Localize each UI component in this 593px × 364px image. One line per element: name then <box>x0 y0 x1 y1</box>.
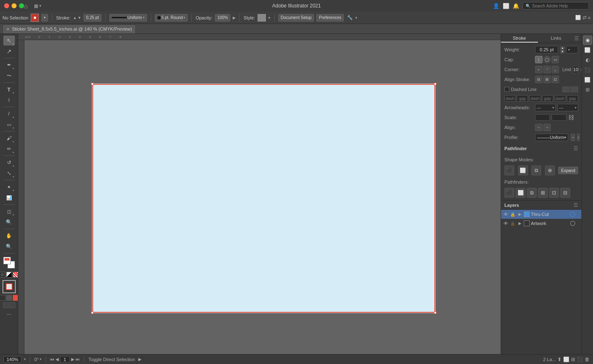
page-last[interactable]: ⏭ <box>76 357 80 362</box>
pencil-tool[interactable]: ✏ ▸ <box>3 144 15 154</box>
info-icon[interactable]: 🔔 <box>513 3 519 9</box>
layers-menu-icon[interactable]: ☰ <box>574 202 578 208</box>
panel-menu-icon[interactable]: ☰ <box>574 36 579 41</box>
layer-eye-thru-cut[interactable]: 👁 <box>503 211 509 217</box>
dashed-line-checkbox[interactable] <box>504 87 509 92</box>
tab-close-icon[interactable]: ✕ <box>6 27 10 31</box>
crop-button[interactable]: ⊞ <box>538 188 548 198</box>
layout-toggle[interactable]: ▦ ▾ <box>34 3 41 9</box>
switch-icon[interactable]: ⇄ <box>583 15 586 20</box>
tab-links[interactable]: Links <box>538 34 575 43</box>
layer-expand-thru-cut[interactable]: ▶ <box>517 211 523 217</box>
exclude-button[interactable]: ⊕ <box>545 165 555 175</box>
rotate-tool[interactable]: ↺ ▸ <box>3 158 15 168</box>
gradient-swatch[interactable] <box>6 272 12 278</box>
cap-square[interactable]: ▭ <box>552 56 559 63</box>
rect-tool[interactable]: ▭ ▸ <box>3 120 15 129</box>
stroke-value-display[interactable]: 0.25 pt <box>84 14 101 22</box>
menu-icon[interactable]: ≡ <box>588 15 591 20</box>
paintbrush-tool[interactable]: 🖌 ▸ <box>3 133 15 143</box>
style-preview[interactable] <box>258 14 266 22</box>
arrange-icon[interactable]: ⬜ <box>575 15 581 20</box>
weight-input[interactable]: 0.25 pt <box>535 46 558 53</box>
profile-dropdown[interactable]: —————— Uniform ▾ <box>535 134 568 141</box>
pattern-swatch[interactable] <box>13 272 19 278</box>
intersect-button[interactable]: ⧉ <box>531 165 541 175</box>
action-arrow[interactable]: ▶ <box>138 357 142 362</box>
layer-row-artwork[interactable]: 👁 🔒 ▶ Artwork <box>501 219 581 228</box>
chart-tool[interactable]: 📊 <box>3 193 15 203</box>
cloud-icon[interactable]: ⬜ <box>503 3 509 9</box>
page-first[interactable]: ⏮ <box>50 357 54 362</box>
fill-color-swatch[interactable] <box>3 257 11 264</box>
gap-input-1[interactable]: gap <box>517 95 528 102</box>
status-icon-4[interactable]: ⬛ <box>577 357 583 362</box>
scale-link[interactable]: ⛓ <box>568 114 574 121</box>
align-end[interactable]: → <box>543 124 551 131</box>
gap-input-2[interactable]: gap <box>542 95 553 102</box>
document-setup-button[interactable]: Document Setup <box>278 14 314 22</box>
stroke-type-dropdown[interactable]: Uniform ▾ <box>109 14 147 22</box>
pathfinder-menu-icon[interactable]: ☰ <box>574 146 578 151</box>
cap-round[interactable]: ◯ <box>543 56 551 63</box>
curvature-tool[interactable]: 〜 <box>3 71 15 81</box>
tab-stroke[interactable]: Stroke <box>501 34 538 43</box>
close-button[interactable] <box>4 3 9 8</box>
scale-input-1[interactable] <box>535 114 550 121</box>
align-center[interactable]: ⊟ <box>535 76 542 83</box>
cap-butt[interactable]: | <box>535 56 542 63</box>
status-icon-2[interactable]: ⬜ <box>563 357 569 362</box>
fill-swatch[interactable]: ◼ <box>31 14 39 22</box>
divide-button[interactable]: ⬛ <box>504 188 514 198</box>
corner-bevel[interactable]: ⌞ <box>552 66 559 73</box>
maximize-button[interactable] <box>19 3 24 8</box>
extra-1[interactable] <box>3 302 9 308</box>
gap-input-3[interactable]: gap <box>567 95 578 102</box>
gradient-tool[interactable]: ◫ ▸ <box>3 206 15 216</box>
artboard[interactable] <box>92 84 436 313</box>
layer-expand-artwork[interactable]: ▶ <box>517 220 523 226</box>
minus-front-button[interactable]: ⬜ <box>518 165 528 175</box>
opacity-input[interactable]: 100% <box>215 14 231 22</box>
unite-button[interactable]: ⬛ <box>504 165 514 175</box>
weight-up[interactable]: ▲ <box>560 46 564 50</box>
corner-miter[interactable]: ⌐ <box>535 66 542 73</box>
blend-tool[interactable]: ⁕ ▸ <box>3 182 15 192</box>
minimize-button[interactable] <box>12 3 17 8</box>
hand-tool[interactable]: ✋ <box>3 231 15 241</box>
select-tool[interactable]: ↖ ▸ <box>3 36 15 46</box>
type-tool[interactable]: T ▸ <box>3 84 15 94</box>
active-tool-display[interactable]: ⬜ <box>2 280 16 293</box>
side-icon-panel-6[interactable]: ⊞ <box>583 85 592 94</box>
profile-flip-h[interactable]: ↔ <box>571 134 575 141</box>
path-type-tool[interactable]: ⌇ <box>3 95 15 105</box>
layer-row-thru-cut[interactable]: 👁 🔒 ▶ Thru-Cut <box>501 210 581 219</box>
weight-dropdown[interactable]: ▾ <box>566 46 578 53</box>
dash-input-2[interactable]: dash <box>529 95 540 102</box>
side-icon-panel-2[interactable]: ⬜ <box>583 46 592 55</box>
align-inside[interactable]: ⊞ <box>543 76 551 83</box>
zoom-display[interactable]: 140% <box>3 356 22 363</box>
extra-options-icon[interactable]: 🔧 <box>347 15 353 20</box>
minus-back-button[interactable]: ⊟ <box>560 188 570 198</box>
page-display[interactable]: 1 <box>60 356 70 363</box>
dash-style-2[interactable] <box>571 86 578 92</box>
eyedropper-tool[interactable]: 🔍 <box>3 217 15 227</box>
merge-button[interactable]: ⧉ <box>527 188 537 198</box>
side-icon-panel-4[interactable]: ⬛ <box>583 65 592 74</box>
mode-2[interactable] <box>6 295 12 301</box>
profile-flip-v[interactable]: ↕ <box>577 134 580 141</box>
pen-tool[interactable]: ✒ ▸ <box>3 60 15 70</box>
side-icon-panel-3[interactable]: ◐ <box>583 55 592 65</box>
home-icon[interactable]: ⌂ <box>24 2 28 10</box>
scale-input-2[interactable] <box>552 114 566 121</box>
canvas-area[interactable]: -0.5 0 1 2 3 4 5 6 7 8 <box>18 34 501 354</box>
layer-eye-artwork[interactable]: 👁 <box>503 220 509 226</box>
outline-button[interactable]: ⊡ <box>549 188 559 198</box>
expand-button[interactable]: Expand <box>558 167 578 174</box>
corner-round[interactable]: ◜ <box>543 66 551 73</box>
none-icon[interactable]: ∅ <box>0 272 5 278</box>
panel-tab-menu[interactable]: ☰ <box>574 34 581 43</box>
preferences-button[interactable]: Preferences <box>316 14 344 22</box>
more-tools[interactable]: ··· <box>7 311 12 317</box>
